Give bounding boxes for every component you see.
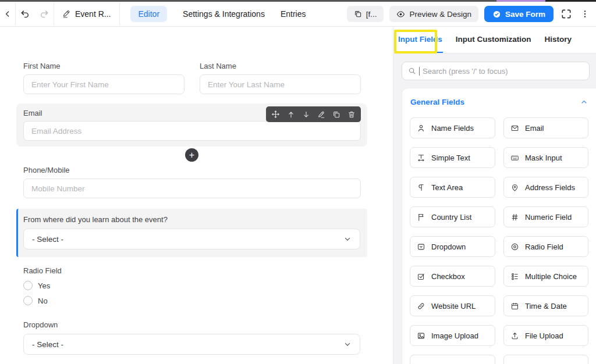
field-button-label: Text Area	[431, 183, 463, 192]
move-icon[interactable]	[271, 110, 280, 119]
more-options-button[interactable]	[579, 9, 591, 19]
field-hover-toolbar	[266, 106, 361, 122]
field-button-country-list[interactable]: Country List	[410, 206, 495, 227]
field-button-label: Name Fields	[431, 124, 474, 133]
radio-button-icon[interactable]	[23, 296, 33, 305]
phone-input[interactable]: Mobile Number	[23, 179, 361, 198]
dropdown-value: - Select -	[32, 340, 63, 349]
chevron-up-icon[interactable]	[580, 98, 588, 106]
field-button-name-fields[interactable]: Name Fields	[410, 117, 495, 138]
field-button-label: Numeric Field	[525, 213, 572, 222]
email-input[interactable]: Email Address	[23, 121, 361, 141]
field-button-numeric-field[interactable]: Numeric Field	[503, 206, 588, 227]
field-button-label: Country List	[431, 213, 471, 222]
tab-entries[interactable]: Entries	[281, 9, 306, 19]
checkbox-icon	[417, 272, 425, 281]
eye-icon	[396, 10, 405, 19]
field-button-email[interactable]: Email	[503, 117, 588, 138]
list-choice-icon	[510, 272, 519, 281]
move-down-icon[interactable]	[302, 110, 310, 119]
general-fields-title: General Fields	[410, 98, 464, 106]
sidebar-tab-history[interactable]: History	[544, 27, 572, 53]
radio-button-icon[interactable]	[23, 281, 33, 290]
duplicate-field-icon[interactable]	[332, 110, 340, 119]
field-button-radio-field[interactable]: Radio Field	[503, 236, 588, 257]
radio-circle-icon	[510, 242, 519, 251]
field-buttons-grid: Name Fields Email Simple Text Mask	[402, 113, 596, 364]
field-button-time-date[interactable]: Time & Date	[503, 295, 588, 316]
first-name-field[interactable]: First Name Enter Your First Name	[23, 62, 185, 94]
edit-field-icon[interactable]	[317, 110, 325, 119]
field-button-partial[interactable]	[410, 355, 495, 364]
fullscreen-button[interactable]	[559, 8, 573, 20]
field-button-image-upload[interactable]: Image Upload	[410, 325, 495, 346]
keyboard-icon	[510, 154, 519, 162]
field-button-mask-input[interactable]: Mask Input	[503, 147, 588, 168]
field-button-label: Time & Date	[525, 302, 567, 311]
edit-pencil-icon	[62, 9, 71, 19]
text-caret	[419, 67, 420, 76]
copy-shortcode-icon	[354, 10, 362, 18]
save-form-button[interactable]: Save Form	[484, 6, 554, 22]
chevron-left-icon	[3, 9, 12, 19]
dropdown-field[interactable]: Dropdown - Select -	[23, 320, 393, 355]
redo-icon[interactable]	[39, 9, 49, 19]
radio-option-yes[interactable]: Yes	[23, 281, 393, 290]
sidebar-tabs: Input Fields Input Customization History	[393, 27, 596, 53]
dropdown-select[interactable]: - Select -	[23, 334, 360, 355]
field-button-file-upload[interactable]: File Upload	[503, 325, 588, 346]
field-button-label: Image Upload	[431, 331, 478, 340]
source-select-label: From where did you learn about the event…	[23, 215, 360, 224]
first-name-input[interactable]: Enter Your First Name	[23, 74, 185, 94]
field-button-checkbox[interactable]: Checkbox	[410, 266, 495, 287]
undo-icon[interactable]	[20, 9, 30, 19]
source-select-field-highlighted[interactable]: From where did you learn about the event…	[16, 209, 367, 257]
link-icon	[417, 302, 425, 311]
editor-nav-tabs: Editor Settings & Integrations Entries	[130, 2, 306, 26]
last-name-input[interactable]: Enter Your Last Name	[200, 74, 361, 94]
field-button-address-fields[interactable]: Address Fields	[503, 177, 588, 198]
last-name-field[interactable]: Last Name Enter Your Last Name	[200, 62, 361, 94]
move-up-icon[interactable]	[287, 110, 295, 119]
field-button-website-url[interactable]: Website URL	[410, 295, 495, 316]
add-field-button[interactable]: +	[185, 148, 198, 162]
upload-icon	[510, 331, 519, 340]
tab-settings-integrations[interactable]: Settings & Integrations	[183, 9, 265, 19]
form-title-editor[interactable]: Event R...	[54, 2, 120, 26]
toolbar-actions: [f... Preview & Design Save Form	[347, 2, 596, 26]
shortcode-button[interactable]: [f...	[347, 6, 384, 22]
field-button-label: Dropdown	[431, 242, 466, 251]
dropdown-box-icon	[417, 242, 425, 251]
tab-editor[interactable]: Editor	[130, 6, 167, 22]
field-button-label: File Upload	[525, 331, 563, 340]
general-fields-card: General Fields Name Fields Email	[402, 88, 596, 364]
field-button-dropdown[interactable]: Dropdown	[410, 236, 495, 257]
hash-icon	[510, 213, 519, 222]
sidebar-tab-input-customization[interactable]: Input Customization	[455, 27, 532, 53]
save-form-label: Save Form	[505, 10, 545, 19]
search-placeholder: Search (press '/' to focus)	[423, 67, 508, 76]
field-button-multiple-choice[interactable]: Multiple Choice	[503, 266, 588, 287]
delete-field-icon[interactable]	[347, 110, 356, 119]
general-fields-header[interactable]: General Fields	[402, 88, 596, 113]
phone-field[interactable]: Phone/Mobile Mobile Number	[23, 166, 393, 198]
preview-design-button[interactable]: Preview & Design	[389, 6, 478, 22]
fullscreen-icon	[560, 8, 572, 20]
radio-option-no[interactable]: No	[23, 296, 393, 305]
field-button-label: Simple Text	[431, 154, 470, 162]
window-edge-strip	[0, 0, 596, 2]
sidebar-tab-input-fields[interactable]: Input Fields	[398, 27, 443, 53]
field-search-input[interactable]: Search (press '/' to focus)	[402, 62, 590, 80]
back-button[interactable]	[0, 2, 16, 26]
field-button-text-area[interactable]: Text Area	[410, 177, 495, 198]
email-field-hovered[interactable]: Email Email Address	[16, 104, 367, 147]
form-builder-app: Event R... Editor Settings & Integration…	[0, 0, 596, 364]
field-button-partial[interactable]	[503, 355, 588, 364]
field-button-label: Radio Field	[525, 242, 563, 251]
radio-field[interactable]: Radio Field Yes No	[23, 266, 393, 305]
field-button-simple-text[interactable]: Simple Text	[410, 147, 495, 168]
paragraph-icon	[417, 183, 425, 192]
source-select-dropdown[interactable]: - Select -	[23, 229, 360, 249]
calendar-icon	[510, 302, 519, 311]
flag-icon	[417, 213, 425, 222]
